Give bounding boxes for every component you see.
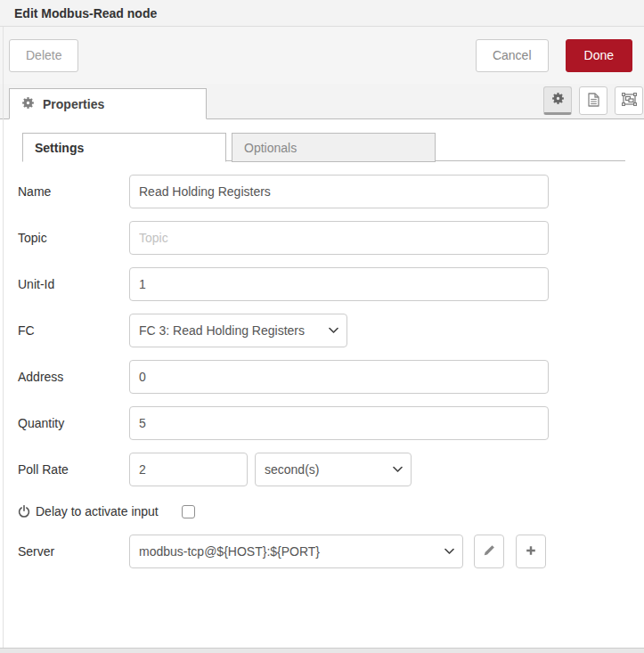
name-row: Name [18,175,644,208]
pencil-icon [483,544,495,559]
tab-properties-label: Properties [43,97,104,111]
quantity-input[interactable] [129,406,549,440]
dialog-title: Edit Modbus-Read node [14,6,157,20]
address-input[interactable] [129,360,549,394]
topic-row: Topic [18,221,644,255]
fc-select[interactable]: FC 3: Read Holding Registers [129,314,347,347]
unit-id-input[interactable] [129,267,549,301]
delete-button[interactable]: Delete [9,39,78,72]
dialog-toolbar: Delete Cancel Done [0,27,644,84]
settings-form: Name Topic Unit-Id FC FC 3: Read Holding… [0,161,644,568]
address-row: Address [18,360,644,394]
add-server-button[interactable] [516,535,546,568]
tab-settings[interactable]: Settings [22,133,226,162]
server-select[interactable]: modbus-tcp@${HOST}:${PORT} [129,535,463,568]
settings-tabbar: Settings Optionals [22,132,625,161]
settings-icon-button[interactable] [543,86,572,115]
name-label: Name [18,184,129,199]
done-button[interactable]: Done [566,39,632,72]
delay-checkbox[interactable] [182,505,195,518]
unit-id-label: Unit-Id [18,277,129,291]
address-label: Address [18,370,129,384]
power-icon [18,505,30,518]
cancel-button[interactable]: Cancel [476,39,549,72]
poll-rate-label: Poll Rate [18,462,129,477]
poll-rate-row: Poll Rate second(s) [18,453,644,486]
object-group-icon [622,93,637,109]
appearance-icon-button[interactable] [615,86,643,115]
delay-label: Delay to activate input [36,504,159,518]
edit-node-dialog: Edit Modbus-Read node Delete Cancel Done [0,0,644,653]
tab-optionals-label: Optionals [244,141,297,155]
dialog-header: Edit Modbus-Read node [0,0,644,27]
editor-tabbar-icons [543,86,643,115]
gear-icon [21,96,35,112]
tray-resize-bar [0,648,644,653]
fc-label: FC [18,323,129,338]
tab-optionals[interactable]: Optionals [232,133,436,162]
server-row: Server modbus-tcp@${HOST}:${PORT} [18,535,644,568]
quantity-row: Quantity [18,406,644,440]
plus-icon [525,544,537,559]
edit-server-button[interactable] [474,535,504,568]
gear-icon [551,92,565,108]
editor-tabbar: Properties [0,84,644,119]
delay-row: Delay to activate input [18,501,644,522]
poll-rate-input[interactable] [129,453,248,486]
document-icon [588,93,599,110]
server-label: Server [18,544,129,559]
dialog-content: Settings Optionals Name Topic Unit-Id FC [0,119,644,648]
quantity-label: Quantity [18,416,129,430]
name-input[interactable] [129,175,549,208]
tab-settings-label: Settings [35,141,84,155]
description-icon-button[interactable] [579,86,607,115]
tab-properties[interactable]: Properties [9,88,207,119]
poll-rate-unit-select[interactable]: second(s) [255,453,412,486]
topic-input[interactable] [129,221,549,255]
unit-id-row: Unit-Id [18,267,644,301]
fc-row: FC FC 3: Read Holding Registers [18,314,644,347]
topic-label: Topic [18,231,129,245]
